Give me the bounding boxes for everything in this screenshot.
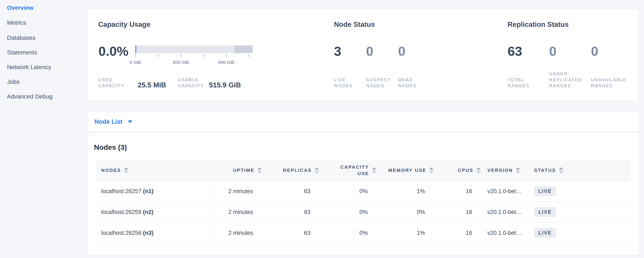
used-capacity-value: 25.5 MiB bbox=[138, 81, 166, 89]
column-header-replicas[interactable]: REPLICAS bbox=[263, 160, 320, 181]
capacity-gauge-reserved-segment bbox=[234, 46, 253, 53]
gauge-tick-label-0: 0 GiB bbox=[130, 60, 141, 65]
sidebar-item-jobs[interactable]: Jobs bbox=[7, 78, 20, 86]
sidebar-item-network-latency[interactable]: Network Latency bbox=[7, 63, 51, 71]
live-nodes-metric: 3 LIVE NODES bbox=[334, 44, 366, 89]
capacity-percent-row: 0.0% bbox=[98, 44, 128, 58]
live-nodes-label: LIVE NODES bbox=[334, 77, 366, 89]
dead-nodes-value: 0 bbox=[398, 44, 432, 58]
column-header-replicas-label: REPLICAS bbox=[283, 167, 312, 174]
unavailable-ranges-value: 0 bbox=[591, 44, 636, 58]
dead-nodes-label: DEAD NODES bbox=[398, 77, 432, 89]
sort-icon bbox=[516, 167, 520, 174]
sort-icon bbox=[372, 167, 376, 174]
uptime-cell: 2 minutes bbox=[210, 222, 263, 243]
node-id: (n2) bbox=[143, 209, 154, 215]
column-header-uptime-label: UPTIME bbox=[233, 167, 254, 174]
gauge-tick bbox=[204, 54, 204, 57]
capacity-use-cell: 0% bbox=[320, 222, 378, 243]
sidebar-item-metrics[interactable]: Metrics bbox=[7, 19, 26, 27]
column-header-version[interactable]: VERSION bbox=[482, 160, 531, 181]
dead-nodes-metric: 0 DEAD NODES bbox=[398, 44, 432, 89]
sidebar-item-statements[interactable]: Statements bbox=[7, 48, 37, 57]
sort-icon bbox=[559, 167, 563, 174]
table-row-node-2[interactable]: localhost:26259 (n2) 2 minutes 63 0% 0% … bbox=[96, 202, 631, 222]
capacity-use-cell: 0% bbox=[320, 202, 378, 222]
column-header-capacity-use-label: CAPACITY USE bbox=[337, 164, 369, 177]
capacity-stats: USED CAPACITY 25.5 MiB USABLE CAPACITY 5… bbox=[98, 77, 241, 89]
nodes-card: Nodes (3) NODES UPTIME REPLICAS bbox=[87, 133, 639, 255]
unavailable-ranges-label: UNAVAILABLE RANGES bbox=[591, 77, 636, 89]
chevron-down-icon bbox=[128, 120, 132, 123]
sort-icon bbox=[124, 167, 128, 174]
live-nodes-value: 3 bbox=[334, 44, 366, 58]
sidebar-item-overview[interactable]: Overview bbox=[7, 4, 34, 12]
column-header-uptime[interactable]: UPTIME bbox=[210, 160, 263, 181]
column-header-status-label: STATUS bbox=[534, 167, 556, 174]
column-header-nodes[interactable]: NODES bbox=[96, 160, 210, 181]
sort-icon bbox=[429, 167, 434, 174]
memory-use-cell: 1% bbox=[378, 222, 435, 243]
node-list-dropdown-label: Node List bbox=[94, 118, 122, 125]
gauge-tick bbox=[249, 54, 249, 57]
sidebar: Overview Metrics Databases Statements Ne… bbox=[0, 0, 87, 258]
cpus-cell: 16 bbox=[435, 181, 482, 202]
capacity-percent-value: 0.0% bbox=[98, 44, 128, 58]
table-header-row: NODES UPTIME REPLICAS CAPACITY USE M bbox=[96, 160, 631, 181]
total-ranges-value: 63 bbox=[508, 44, 549, 58]
under-replicated-ranges-value: 0 bbox=[549, 44, 591, 58]
column-header-nodes-label: NODES bbox=[101, 167, 121, 174]
gauge-tick bbox=[226, 54, 226, 57]
capacity-usage-title: Capacity Usage bbox=[98, 21, 150, 29]
version-cell: v20.1.0-bet… bbox=[482, 181, 531, 202]
column-header-memory-use[interactable]: MEMORY USE bbox=[378, 160, 435, 181]
version-cell: v20.1.0-bet… bbox=[482, 202, 531, 222]
version-cell: v20.1.0-bet… bbox=[482, 222, 531, 243]
unavailable-ranges-metric: 0 UNAVAILABLE RANGES bbox=[591, 44, 636, 89]
node-address[interactable]: localhost:26257 bbox=[101, 188, 141, 194]
column-header-memory-use-label: MEMORY USE bbox=[388, 167, 426, 174]
capacity-use-cell: 0% bbox=[320, 181, 378, 202]
status-badge: LIVE bbox=[534, 186, 556, 196]
column-header-capacity-use[interactable]: CAPACITY USE bbox=[320, 160, 378, 181]
gauge-tick bbox=[181, 54, 181, 57]
status-badge: LIVE bbox=[534, 228, 556, 238]
nodes-section-title: Nodes (3) bbox=[94, 143, 127, 152]
gauge-tick bbox=[136, 54, 136, 57]
sidebar-item-advanced-debug[interactable]: Advanced Debug bbox=[7, 92, 52, 101]
total-ranges-label: TOTAL RANGES bbox=[508, 77, 549, 89]
column-header-status[interactable]: STATUS bbox=[531, 160, 631, 181]
suspect-nodes-metric: 0 SUSPECT NODES bbox=[366, 44, 398, 89]
node-id: (n3) bbox=[143, 230, 154, 236]
memory-use-cell: 1% bbox=[378, 181, 435, 202]
used-capacity-label: USED CAPACITY bbox=[98, 77, 138, 89]
sort-icon bbox=[258, 167, 262, 174]
replicas-cell: 63 bbox=[263, 222, 320, 243]
table-row-node-1[interactable]: localhost:26257 (n1) 2 minutes 63 0% 1% … bbox=[96, 181, 631, 202]
node-address[interactable]: localhost:26259 bbox=[101, 209, 141, 215]
capacity-gauge-used-segment bbox=[136, 46, 136, 53]
replicas-cell: 63 bbox=[263, 181, 320, 202]
gauge-tick-label-400: 400 GiB bbox=[218, 60, 234, 65]
cpus-cell: 16 bbox=[435, 222, 482, 243]
suspect-nodes-label: SUSPECT NODES bbox=[366, 77, 398, 89]
gauge-tick-label-200: 200 GiB bbox=[173, 60, 189, 65]
nodes-table: NODES UPTIME REPLICAS CAPACITY USE M bbox=[96, 160, 631, 243]
suspect-nodes-value: 0 bbox=[366, 44, 398, 58]
status-badge: LIVE bbox=[534, 207, 556, 217]
replication-status-title: Replication Status bbox=[508, 21, 569, 29]
capacity-gauge bbox=[136, 46, 253, 53]
column-header-version-label: VERSION bbox=[488, 167, 513, 174]
cluster-summary-card: Capacity Usage 0.0% 0 GiB 200 GiB 400 Gi… bbox=[87, 9, 639, 101]
under-replicated-ranges-metric: 0 UNDER- REPLICATED RANGES bbox=[549, 44, 591, 89]
gauge-tick bbox=[158, 54, 158, 57]
node-list-dropdown[interactable]: Node List bbox=[87, 112, 639, 132]
node-address[interactable]: localhost:26258 bbox=[101, 230, 141, 236]
node-id: (n1) bbox=[143, 188, 154, 194]
sidebar-item-databases[interactable]: Databases bbox=[7, 34, 36, 42]
memory-use-cell: 0% bbox=[378, 202, 435, 222]
table-row-node-3[interactable]: localhost:26258 (n3) 2 minutes 63 0% 1% … bbox=[96, 222, 631, 243]
replicas-cell: 63 bbox=[263, 202, 320, 222]
column-header-cpus[interactable]: CPUS bbox=[435, 160, 482, 181]
node-status-metrics: 3 LIVE NODES 0 SUSPECT NODES 0 DEAD NODE… bbox=[334, 44, 432, 89]
